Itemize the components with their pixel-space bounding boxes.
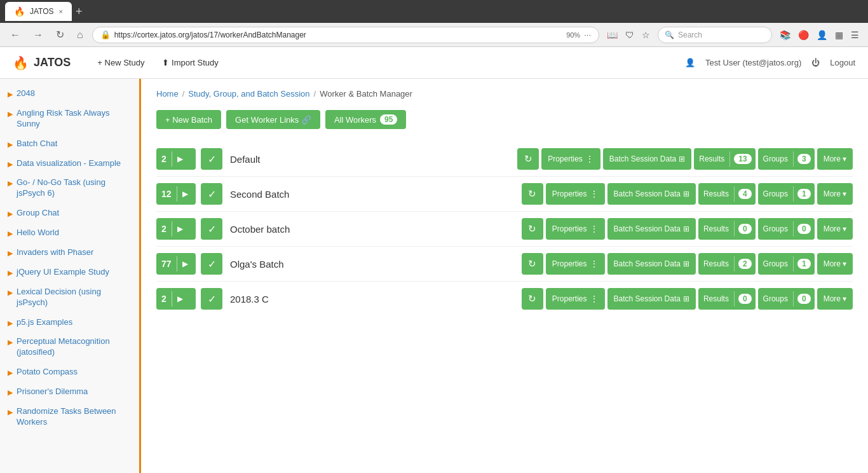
- more-btn-olgas[interactable]: More ▾: [817, 253, 853, 275]
- new-study-button[interactable]: + New Study: [90, 54, 152, 71]
- sidebar-item-label: Hello World: [17, 228, 59, 238]
- sidebar-item-6[interactable]: ▶Hello World: [0, 223, 139, 243]
- batch-session-label: Batch Session Data: [614, 189, 681, 198]
- sidebar-item-label: Angling Risk Task Always Sunny: [17, 108, 132, 130]
- shield-icon[interactable]: 🛡: [623, 29, 637, 41]
- results-btn-second[interactable]: Results 4: [698, 183, 756, 205]
- forward-button[interactable]: →: [29, 28, 47, 42]
- more-btn-october[interactable]: More ▾: [817, 218, 853, 240]
- more-btn-default[interactable]: More ▾: [817, 148, 853, 170]
- sidebar-item-4[interactable]: ▶Go- / No-Go Task (using jsPsych 6): [0, 173, 139, 203]
- sidebar-chevron-icon: ▶: [8, 209, 13, 218]
- worker-arrow-icon: ▶: [172, 224, 188, 233]
- properties-btn-second[interactable]: Properties ⋮: [546, 183, 605, 205]
- results-btn-olgas[interactable]: Results 2: [698, 253, 756, 275]
- sidebar-item-3[interactable]: ▶Data visualization - Example: [0, 154, 139, 174]
- active-toggle-2018[interactable]: ✓: [201, 288, 222, 310]
- worker-count-btn-october[interactable]: 2 ▶: [156, 218, 196, 240]
- sidebar-item-8[interactable]: ▶jQuery UI Example Study: [0, 263, 139, 282]
- sidebar-chevron-icon: ▶: [8, 268, 13, 277]
- properties-btn-olgas[interactable]: Properties ⋮: [546, 253, 605, 275]
- get-worker-links-button[interactable]: Get Worker Links 🔗: [226, 110, 320, 129]
- batch-actions-second: ↻ Properties ⋮ Batch Session Data ⊞ Resu…: [522, 183, 853, 205]
- reload-button[interactable]: ↻: [52, 27, 68, 42]
- active-toggle-default[interactable]: ✓: [201, 148, 222, 170]
- refresh-btn-default[interactable]: ↻: [517, 148, 539, 170]
- sidebar-item-1[interactable]: ▶Angling Risk Task Always Sunny: [0, 104, 139, 134]
- groups-btn-second[interactable]: Groups 1: [758, 183, 815, 205]
- active-toggle-olgas[interactable]: ✓: [201, 253, 222, 275]
- sidebar-item-10[interactable]: ▶p5.js Examples: [0, 313, 139, 332]
- results-btn-october[interactable]: Results 0: [698, 218, 756, 240]
- import-study-button[interactable]: ⬆ Import Study: [154, 54, 226, 71]
- sidebar-toggle-icon[interactable]: ▦: [832, 29, 846, 41]
- results-btn-default[interactable]: Results 13: [694, 148, 755, 170]
- sidebar-item-13[interactable]: ▶Prisoner's Dilemma: [0, 382, 139, 402]
- sidebar-item-label: 2048: [17, 88, 35, 99]
- logout-button[interactable]: Logout: [830, 58, 855, 67]
- sidebar: ▶2048▶Angling Risk Task Always Sunny▶Bat…: [0, 79, 141, 473]
- all-workers-button[interactable]: All Workers 95: [325, 110, 407, 129]
- sidebar-item-12[interactable]: ▶Potato Compass: [0, 362, 139, 382]
- properties-btn-default[interactable]: Properties ⋮: [541, 148, 600, 170]
- zoom-level: 90%: [566, 31, 580, 39]
- home-button[interactable]: ⌂: [73, 28, 87, 42]
- groups-btn-october[interactable]: Groups 0: [758, 218, 815, 240]
- profile-icon[interactable]: 👤: [814, 29, 830, 41]
- refresh-btn-olgas[interactable]: ↻: [522, 253, 543, 275]
- breadcrumb-home[interactable]: Home: [156, 89, 179, 99]
- groups-btn-default[interactable]: Groups 3: [758, 148, 815, 170]
- star-icon[interactable]: ☆: [639, 29, 653, 41]
- browser-tab[interactable]: 🔥 JATOS ×: [5, 2, 72, 21]
- back-button[interactable]: ←: [6, 28, 24, 42]
- tab-close-icon[interactable]: ×: [59, 8, 63, 15]
- pocket-icon[interactable]: 📖: [604, 29, 620, 41]
- extension-icon[interactable]: 🔴: [796, 29, 811, 41]
- active-toggle-second[interactable]: ✓: [201, 183, 222, 205]
- properties-label: Properties: [552, 189, 587, 198]
- worker-count-btn-2018[interactable]: 2 ▶: [156, 288, 196, 310]
- sidebar-item-2[interactable]: ▶Batch Chat: [0, 134, 139, 154]
- more-arrow-icon: ▾: [843, 189, 846, 198]
- batch-session-label: Batch Session Data: [614, 259, 681, 268]
- sidebar-item-9[interactable]: ▶Lexical Decision (using jsPsych): [0, 282, 139, 313]
- sidebar-item-0[interactable]: ▶2048: [0, 84, 139, 104]
- batch-session-btn-2018[interactable]: Batch Session Data ⊞: [607, 288, 696, 310]
- refresh-btn-second[interactable]: ↻: [522, 183, 543, 205]
- batch-session-btn-october[interactable]: Batch Session Data ⊞: [607, 218, 696, 240]
- checkmark-icon: ✓: [208, 188, 216, 200]
- properties-btn-2018[interactable]: Properties ⋮: [546, 288, 605, 310]
- groups-btn-olgas[interactable]: Groups 1: [758, 253, 815, 275]
- results-btn-2018[interactable]: Results 0: [698, 288, 756, 310]
- url-bar[interactable]: 🔒 https://cortex.jatos.org/jatos/17/work…: [92, 27, 599, 43]
- batch-actions-default: ↻ Properties ⋮ Batch Session Data ⊞ Resu…: [517, 148, 853, 170]
- refresh-btn-october[interactable]: ↻: [522, 218, 543, 240]
- more-options-icon[interactable]: ···: [584, 30, 591, 39]
- library-icon[interactable]: 📚: [777, 29, 793, 41]
- batch-session-btn-default[interactable]: Batch Session Data ⊞: [603, 148, 691, 170]
- sidebar-item-14[interactable]: ▶Randomize Tasks Between Workers: [0, 402, 139, 432]
- sidebar-item-5[interactable]: ▶Group Chat: [0, 203, 139, 223]
- menu-icon[interactable]: ☰: [848, 29, 862, 41]
- new-batch-button[interactable]: + New Batch: [156, 110, 221, 129]
- sidebar-item-11[interactable]: ▶Perceptual Metacognition (jatosified): [0, 332, 139, 362]
- app-header: 🔥 JATOS + New Study ⬆ Import Study 👤 Tes…: [0, 47, 868, 79]
- breadcrumb-level2[interactable]: Study, Group, and Batch Session: [188, 89, 309, 99]
- worker-count-btn-olgas[interactable]: 77 ▶: [156, 253, 196, 275]
- batch-session-btn-olgas[interactable]: Batch Session Data ⊞: [607, 253, 696, 275]
- worker-count-btn-second[interactable]: 12 ▶: [156, 183, 196, 205]
- batch-row-second: 12 ▶ ✓ Second Batch ↻ Properties ⋮ Batch…: [156, 177, 853, 212]
- refresh-btn-2018[interactable]: ↻: [522, 288, 543, 310]
- sidebar-item-7[interactable]: ▶Invaders with Phaser: [0, 243, 139, 263]
- more-btn-second[interactable]: More ▾: [817, 183, 853, 205]
- groups-btn-2018[interactable]: Groups 0: [758, 288, 815, 310]
- active-toggle-october[interactable]: ✓: [201, 218, 222, 240]
- address-bar: ← → ↻ ⌂ 🔒 https://cortex.jatos.org/jatos…: [0, 23, 868, 47]
- batch-row-2018: 2 ▶ ✓ 2018.3 C ↻ Properties ⋮ Batch Sess…: [156, 282, 853, 316]
- new-tab-button[interactable]: +: [76, 5, 83, 18]
- worker-count-btn-default[interactable]: 2 ▶: [156, 148, 196, 170]
- browser-search-bar[interactable]: 🔍 Search: [658, 27, 772, 43]
- more-btn-2018[interactable]: More ▾: [817, 288, 853, 310]
- properties-btn-october[interactable]: Properties ⋮: [546, 218, 605, 240]
- batch-session-btn-second[interactable]: Batch Session Data ⊞: [607, 183, 696, 205]
